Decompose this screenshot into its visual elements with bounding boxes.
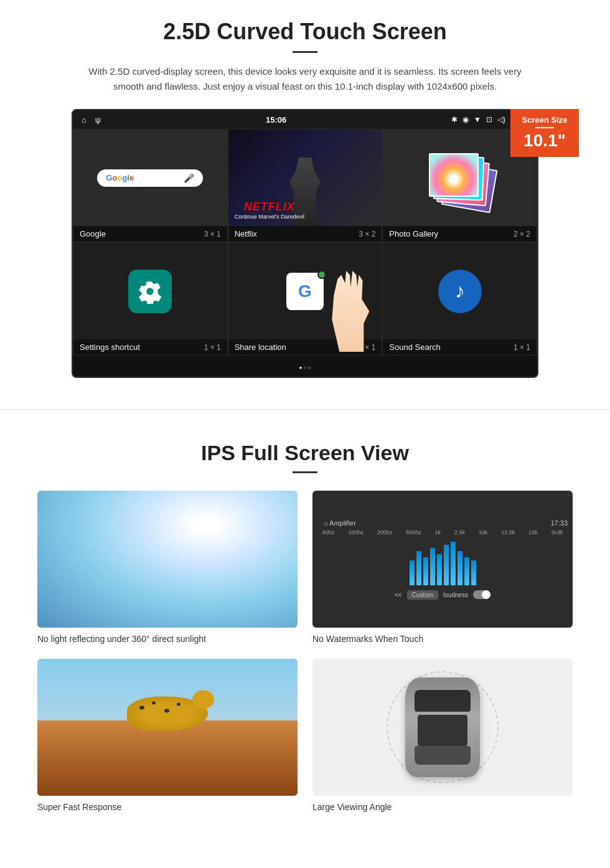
netflix-cell-inner: NETFLIX Continue Marvel's Daredevil: [228, 130, 382, 226]
cheetah-body: [127, 697, 208, 731]
google-logo: Google: [106, 173, 134, 182]
amp-bar-2: [416, 551, 421, 585]
app-grid: Google 🎤 Google 3 × 1: [73, 129, 537, 356]
hand-shape: [332, 271, 369, 352]
google-cell-inner: Google 🎤: [73, 130, 227, 226]
section2-divider: [293, 471, 317, 473]
amplifier-image: ⌂ Amplifier 17:33 60hz100hz200hz500hz1k2…: [312, 491, 573, 628]
section2-title: IPS Full Screen View: [37, 441, 573, 465]
netflix-logo: NETFLIX: [235, 200, 304, 214]
volume-icon: ◁): [497, 115, 505, 124]
cheetah-visual: [37, 659, 298, 796]
share-label: Share location: [235, 342, 286, 352]
car-windshield: [415, 690, 471, 712]
ground-bg: [37, 720, 298, 796]
home-icon: ⌂: [82, 115, 87, 125]
car-roof: [418, 715, 467, 746]
settings-icon-wrap: [128, 270, 172, 313]
feature-amplifier: ⌂ Amplifier 17:33 60hz100hz200hz500hz1k2…: [312, 491, 573, 644]
netflix-subtitle: Continue Marvel's Daredevil: [235, 214, 304, 220]
gmaps-g: G: [286, 273, 324, 310]
gmaps-icon-wrap: G: [286, 273, 324, 310]
photo-label: Photo Gallery: [389, 229, 438, 238]
amp-bar-1: [410, 560, 415, 585]
amp-bars: [410, 542, 476, 585]
amp-header: ⌂ Amplifier 17:33: [317, 519, 568, 527]
feature-car: Large Viewing Angle: [312, 659, 573, 812]
section-divider: [0, 409, 610, 410]
car-visual: [312, 659, 573, 796]
section1-divider: [293, 51, 317, 53]
device-outer: Screen Size 10.1" ⌂ ψ 15:06 ✱ ◉ ▼ ⊡ ◁) ✕: [37, 109, 573, 378]
sound-cell-inner: ♪: [383, 243, 537, 339]
cheetah-image: [37, 659, 298, 796]
cheetah-label: Super Fast Response: [37, 802, 298, 812]
hand-overlay: [332, 271, 375, 358]
spot4: [177, 703, 181, 706]
google-label: Google: [80, 229, 106, 238]
photo-label-row: Photo Gallery 2 × 2: [383, 226, 537, 242]
feature-sunlight: No light reflecting under 360° direct su…: [37, 491, 298, 644]
photo-size: 2 × 2: [514, 230, 530, 238]
app-cell-share-location[interactable]: G Share location 1 × 1: [228, 242, 383, 356]
app-cell-netflix[interactable]: NETFLIX Continue Marvel's Daredevil Netf…: [228, 129, 383, 242]
amp-bar-9: [464, 557, 469, 585]
amp-bar-3: [423, 557, 428, 585]
device-frame: ⌂ ψ 15:06 ✱ ◉ ▼ ⊡ ◁) ✕ ▭: [72, 109, 538, 378]
amplifier-visual: ⌂ Amplifier 17:33 60hz100hz200hz500hz1k2…: [312, 491, 573, 628]
cheetah-head: [192, 691, 214, 709]
car-top-view: [405, 677, 480, 777]
feature-cheetah: Super Fast Response: [37, 659, 298, 812]
badge-size: 10.1": [523, 131, 566, 150]
google-search-bar[interactable]: Google 🎤: [97, 169, 203, 187]
car-circle: [387, 671, 499, 783]
status-bar-time: 15:06: [266, 115, 286, 125]
music-note-icon: ♪: [455, 280, 465, 303]
mic-icon: 🎤: [184, 173, 194, 183]
sound-icon-wrap: ♪: [438, 270, 482, 313]
amp-bar-8: [458, 551, 462, 585]
share-cell-inner: G: [228, 243, 382, 339]
camera-icon: ⊡: [486, 115, 492, 124]
sunlight-image: [37, 491, 298, 628]
netflix-size: 3 × 2: [359, 230, 375, 238]
settings-cell-inner: [73, 243, 227, 339]
badge-divider: [535, 127, 554, 128]
badge-label: Screen Size: [520, 115, 569, 125]
amp-bar-7: [451, 542, 456, 585]
spot3: [164, 709, 169, 713]
loudness-toggle[interactable]: [473, 590, 490, 599]
bluetooth-icon: ✱: [451, 115, 458, 124]
netflix-label: Netflix: [235, 229, 257, 238]
app-cell-settings[interactable]: Settings shortcut 1 × 1: [73, 242, 228, 356]
app-cell-google[interactable]: Google 🎤 Google 3 × 1: [73, 129, 228, 242]
screen-size-badge: Screen Size 10.1": [510, 109, 579, 157]
status-bar: ⌂ ψ 15:06 ✱ ◉ ▼ ⊡ ◁) ✕ ▭: [73, 110, 537, 129]
gear-icon: [138, 279, 162, 304]
photo-flower: [429, 153, 479, 197]
sunlight-visual: [37, 491, 298, 628]
spot1: [139, 706, 144, 710]
car-rear: [415, 746, 471, 765]
amp-bar-6: [444, 545, 449, 585]
feature-grid: No light reflecting under 360° direct su…: [37, 491, 573, 812]
app-cell-sound-search[interactable]: ♪ Sound Search 1 × 1: [382, 242, 537, 356]
amplifier-label: No Watermarks When Touch: [312, 634, 573, 644]
custom-btn[interactable]: Custom: [407, 590, 438, 600]
cheetah-torso: [127, 697, 208, 731]
sound-size: 1 × 1: [514, 343, 530, 352]
car-image: [312, 659, 573, 796]
google-label-row: Google 3 × 1: [73, 226, 227, 242]
location-icon: ◉: [462, 115, 469, 124]
amp-bar-4: [430, 548, 435, 585]
amp-freq-labels: 60hz100hz200hz500hz1k2.5k10k12.5k15kSUB: [317, 529, 568, 535]
sound-label-row: Sound Search 1 × 1: [383, 339, 537, 355]
status-bar-left: ⌂ ψ: [82, 115, 101, 125]
photo-stack: [429, 153, 491, 203]
netflix-label-row: Netflix 3 × 2: [228, 226, 382, 242]
gmaps-dot: [317, 270, 326, 279]
sunlight-label: No light reflecting under 360° direct su…: [37, 634, 298, 644]
section1-description: With 2.5D curved-display screen, this de…: [87, 64, 523, 94]
settings-label: Settings shortcut: [80, 342, 140, 352]
wifi-icon: ▼: [474, 115, 481, 124]
